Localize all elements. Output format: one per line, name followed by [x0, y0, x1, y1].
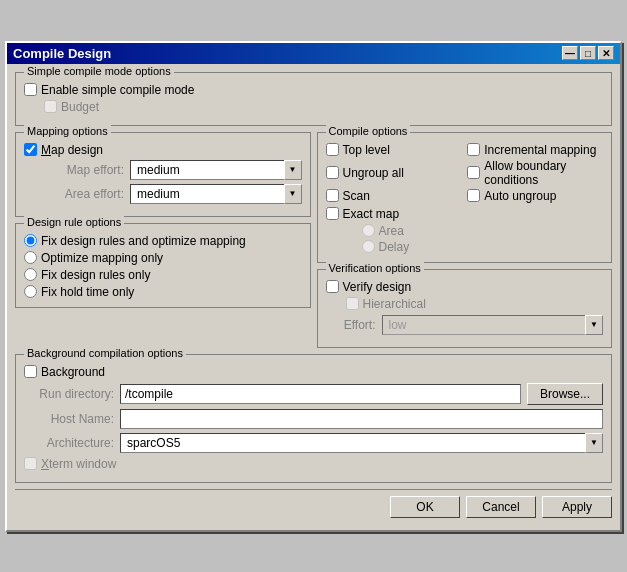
- simple-compile-group: Simple compile mode options Enable simpl…: [15, 72, 612, 126]
- xterm-checkbox: [24, 457, 37, 470]
- auto-ungroup-checkbox[interactable]: [467, 189, 480, 202]
- hierarchical-checkbox: [346, 297, 359, 310]
- scan-label[interactable]: Scan: [326, 189, 462, 203]
- area-radio: [362, 224, 375, 237]
- top-level-checkbox[interactable]: [326, 143, 339, 156]
- browse-button[interactable]: Browse...: [527, 383, 603, 405]
- map-design-checkbox[interactable]: [24, 143, 37, 156]
- left-column: Mapping options Map design Map effort:: [15, 132, 311, 354]
- verify-design-checkbox[interactable]: [326, 280, 339, 293]
- verification-legend: Verification options: [326, 262, 424, 274]
- architecture-select[interactable]: sparcOS5 linux windows: [120, 433, 603, 453]
- enable-simple-compile-label[interactable]: Enable simple compile mode: [24, 83, 194, 97]
- verification-effort-select: low medium high: [382, 315, 604, 335]
- design-rule-option3[interactable]: Fix design rules only: [24, 268, 302, 282]
- allow-boundary-checkbox[interactable]: [467, 166, 480, 179]
- right-column: Compile options Top level Incremental ma…: [317, 132, 613, 354]
- delay-radio-label: Delay: [362, 240, 604, 254]
- main-window: Compile Design — □ ✕ Simple compile mode…: [5, 41, 622, 532]
- architecture-label: Architecture:: [24, 436, 114, 450]
- verification-effort-select-wrapper: low medium high ▼: [382, 315, 604, 335]
- enable-simple-compile-checkbox[interactable]: [24, 83, 37, 96]
- verification-effort-label: Effort:: [326, 318, 376, 332]
- cancel-button[interactable]: Cancel: [466, 496, 536, 518]
- area-effort-select-wrapper[interactable]: low medium high ▼: [130, 184, 302, 204]
- host-name-label: Host Name:: [24, 412, 114, 426]
- background-checkbox[interactable]: [24, 365, 37, 378]
- exact-map-label[interactable]: Exact map: [326, 207, 400, 221]
- maximize-button[interactable]: □: [580, 46, 596, 60]
- window-body: Simple compile mode options Enable simpl…: [7, 64, 620, 530]
- area-effort-label: Area effort:: [44, 187, 124, 201]
- window-title: Compile Design: [13, 46, 111, 61]
- background-label[interactable]: Background: [24, 365, 105, 379]
- mid-section: Mapping options Map design Map effort:: [15, 132, 612, 354]
- delay-radio: [362, 240, 375, 253]
- incremental-checkbox[interactable]: [467, 143, 480, 156]
- area-radio-label: Area: [362, 224, 604, 238]
- map-design-label[interactable]: Map design: [24, 143, 103, 157]
- footer-buttons: OK Cancel Apply: [15, 489, 612, 522]
- minimize-button[interactable]: —: [562, 46, 578, 60]
- design-rule-group: Design rule options Fix design rules and…: [15, 223, 311, 308]
- run-dir-row: Run directory: Browse...: [24, 383, 603, 405]
- ok-button[interactable]: OK: [390, 496, 460, 518]
- xterm-label: Xterm window: [24, 457, 116, 471]
- run-dir-label: Run directory:: [24, 387, 114, 401]
- budget-label: Budget: [44, 100, 99, 114]
- area-delay-group: Area Delay: [362, 224, 604, 254]
- verify-design-label[interactable]: Verify design: [326, 280, 412, 294]
- ungroup-all-checkbox[interactable]: [326, 166, 339, 179]
- map-effort-label: Map effort:: [44, 163, 124, 177]
- top-level-label[interactable]: Top level: [326, 143, 462, 157]
- host-name-row: Host Name:: [24, 409, 603, 429]
- design-rule-legend: Design rule options: [24, 216, 124, 228]
- scan-checkbox[interactable]: [326, 189, 339, 202]
- host-name-input[interactable]: [120, 409, 603, 429]
- background-legend: Background compilation options: [24, 347, 186, 359]
- map-effort-select[interactable]: low medium high: [130, 160, 302, 180]
- simple-compile-legend: Simple compile mode options: [24, 65, 174, 77]
- hierarchical-label: Hierarchical: [346, 297, 426, 311]
- auto-ungroup-label[interactable]: Auto ungroup: [467, 189, 603, 203]
- budget-checkbox: [44, 100, 57, 113]
- architecture-row: Architecture: sparcOS5 linux windows ▼: [24, 433, 603, 453]
- map-effort-select-wrapper[interactable]: low medium high ▼: [130, 160, 302, 180]
- design-rule-option1[interactable]: Fix design rules and optimize mapping: [24, 234, 302, 248]
- close-button[interactable]: ✕: [598, 46, 614, 60]
- verification-effort-row: Effort: low medium high ▼: [326, 315, 604, 335]
- area-effort-select[interactable]: low medium high: [130, 184, 302, 204]
- allow-boundary-label[interactable]: Allow boundary conditions: [467, 159, 603, 187]
- design-rule-option4[interactable]: Fix hold time only: [24, 285, 302, 299]
- architecture-select-wrapper[interactable]: sparcOS5 linux windows ▼: [120, 433, 603, 453]
- compile-options-legend: Compile options: [326, 125, 411, 137]
- apply-button[interactable]: Apply: [542, 496, 612, 518]
- compile-options-group: Compile options Top level Incremental ma…: [317, 132, 613, 263]
- background-group: Background compilation options Backgroun…: [15, 354, 612, 483]
- title-bar: Compile Design — □ ✕: [7, 43, 620, 64]
- design-rule-option2[interactable]: Optimize mapping only: [24, 251, 302, 265]
- mapping-options-group: Mapping options Map design Map effort:: [15, 132, 311, 217]
- title-bar-buttons: — □ ✕: [562, 46, 614, 60]
- exact-map-checkbox[interactable]: [326, 207, 339, 220]
- area-effort-row: Area effort: low medium high ▼: [44, 184, 302, 204]
- run-dir-input[interactable]: [120, 384, 521, 404]
- map-effort-row: Map effort: low medium high ▼: [44, 160, 302, 180]
- verification-group: Verification options Verify design Hier: [317, 269, 613, 348]
- incremental-label[interactable]: Incremental mapping: [467, 143, 603, 157]
- mapping-options-legend: Mapping options: [24, 125, 111, 137]
- ungroup-all-label[interactable]: Ungroup all: [326, 159, 462, 187]
